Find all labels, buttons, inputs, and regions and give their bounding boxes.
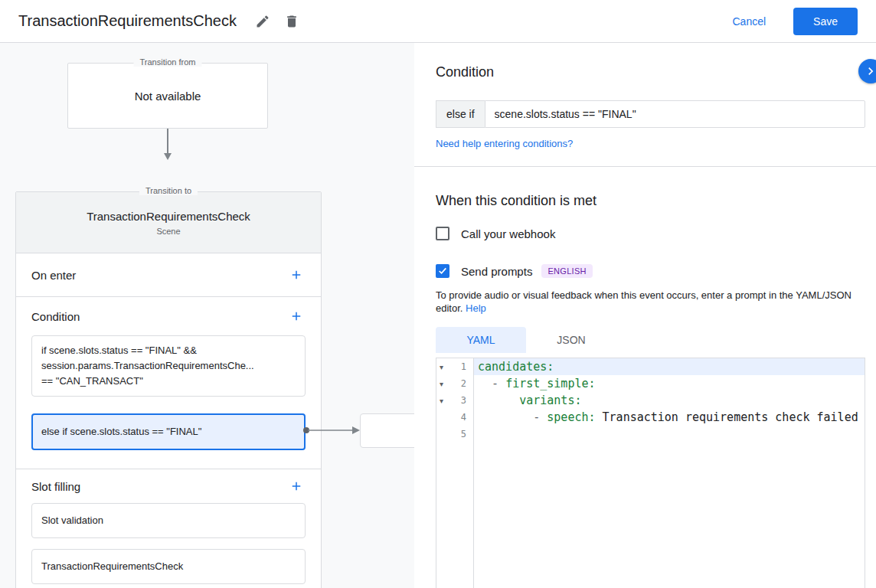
- condition-prefix-label: else if: [436, 100, 485, 128]
- pencil-icon: [255, 14, 270, 29]
- chevron-right-icon: [863, 64, 876, 79]
- code-line[interactable]: - speech: Transaction requirements check…: [473, 409, 865, 426]
- code-token: first_simple:: [505, 377, 595, 390]
- condition-section: Condition if scene.slots.status == "FINA…: [16, 297, 321, 469]
- editor-line[interactable]: 5: [436, 426, 865, 443]
- plus-icon: [289, 479, 303, 493]
- scene-node-subtitle: Scene: [156, 227, 180, 236]
- line-gutter: 4: [436, 409, 473, 426]
- condition-inspector-panel: Condition else if Need help entering con…: [414, 43, 876, 588]
- trash-icon: [284, 14, 299, 29]
- line-number: 4: [461, 412, 466, 423]
- send-prompts-row: Send prompts ENGLISH: [436, 264, 593, 278]
- cancel-button[interactable]: Cancel: [724, 9, 773, 34]
- call-webhook-label: Call your webhook: [461, 227, 555, 240]
- condition-text-line: if scene.slots.status == "FINAL" &&: [41, 343, 296, 358]
- condition-item-selected[interactable]: else if scene.slots.status == "FINAL": [31, 413, 306, 450]
- add-condition-button[interactable]: [287, 307, 306, 325]
- collapse-panel-button[interactable]: [858, 59, 876, 83]
- code-token: [478, 394, 519, 407]
- editor-tabs: YAML JSON: [436, 327, 616, 353]
- line-gutter: ▾3: [436, 392, 473, 409]
- condition-text-line: session.params.TransactionRequirementsCh…: [41, 358, 296, 374]
- slot-filling-label: Slot filling: [31, 480, 80, 493]
- condition-section-label: Condition: [31, 310, 80, 323]
- add-on-enter-button[interactable]: [287, 266, 306, 284]
- condition-met-title: When this condition is met: [436, 193, 597, 209]
- transition-target-node[interactable]: [360, 413, 414, 448]
- edit-title-button[interactable]: [249, 8, 276, 35]
- code-token: candidates:: [478, 360, 554, 374]
- gutter-divider: [473, 358, 474, 588]
- condition-expression-input[interactable]: [485, 100, 865, 128]
- main-content: Transition from Not available Transition…: [0, 43, 876, 588]
- fold-arrow-icon[interactable]: ▾: [440, 397, 443, 405]
- editor-line[interactable]: 4 - speech: Transaction requirements che…: [436, 409, 865, 426]
- code-token: variants:: [519, 394, 581, 407]
- line-gutter: ▾2: [436, 375, 473, 392]
- condition-section-head: Condition: [16, 297, 321, 335]
- code-line[interactable]: candidates:: [473, 358, 865, 375]
- line-number: 2: [461, 378, 466, 389]
- line-gutter: 5: [436, 426, 473, 443]
- transition-from-node[interactable]: Transition from Not available: [67, 63, 268, 129]
- on-enter-row[interactable]: On enter: [16, 253, 321, 297]
- code-token: -: [478, 410, 547, 424]
- editor-line[interactable]: ▾2 - first_simple:: [436, 375, 865, 392]
- right-arrow-icon: [308, 425, 361, 436]
- scene-node-title: TransactionRequirementsCheck: [87, 210, 250, 223]
- condition-help-link[interactable]: Need help entering conditions?: [436, 138, 573, 149]
- code-line[interactable]: - first_simple:: [473, 375, 865, 392]
- delete-scene-button[interactable]: [278, 8, 306, 35]
- save-button[interactable]: Save: [793, 8, 858, 35]
- code-line[interactable]: [473, 426, 865, 443]
- condition-item[interactable]: if scene.slots.status == "FINAL" && sess…: [31, 335, 306, 397]
- add-slot-button[interactable]: [287, 477, 306, 495]
- down-arrow-icon: [162, 129, 174, 161]
- condition-text-line: else if scene.slots.status == "FINAL": [41, 424, 296, 439]
- top-bar: TransactionRequirementsCheck Cancel Save: [0, 0, 876, 43]
- slot-item[interactable]: TransactionRequirementsCheck: [31, 549, 306, 584]
- language-badge: ENGLISH: [541, 264, 592, 278]
- scene-node: Transition to TransactionRequirementsChe…: [15, 191, 322, 588]
- scene-node-header[interactable]: TransactionRequirementsCheck Scene: [16, 192, 321, 253]
- webhook-row: Call your webhook: [436, 227, 555, 240]
- on-enter-label: On enter: [31, 269, 76, 282]
- editor-line[interactable]: ▾1candidates:: [436, 358, 865, 375]
- fold-arrow-icon[interactable]: ▾: [440, 363, 443, 371]
- divider: [414, 166, 876, 167]
- line-gutter: ▾1: [436, 358, 473, 375]
- slot-filling-section-head: Slot filling: [16, 469, 321, 503]
- code-token: speech:: [547, 410, 595, 424]
- plus-icon: [289, 268, 303, 282]
- call-webhook-checkbox[interactable]: [436, 227, 449, 240]
- code-token: -: [478, 377, 505, 390]
- line-number: 1: [461, 361, 466, 372]
- checkmark-icon: [438, 267, 447, 275]
- code-token: Transaction requirements check failed: [596, 410, 858, 424]
- app-window: TransactionRequirementsCheck Cancel Save…: [0, 0, 876, 588]
- plus-icon: [289, 309, 303, 323]
- slot-filling-section: Slot filling Slot validation Transaction…: [16, 469, 321, 584]
- send-prompts-checkbox[interactable]: [436, 264, 449, 278]
- inspector-title: Condition: [436, 64, 494, 80]
- page-title: TransactionRequirementsCheck: [18, 12, 237, 30]
- slot-item[interactable]: Slot validation: [31, 503, 306, 538]
- tab-yaml[interactable]: YAML: [436, 327, 526, 353]
- transition-from-badge: Transition from: [134, 57, 202, 67]
- condition-text-line: == "CAN_TRANSACT": [41, 374, 296, 389]
- prompt-hint-text: To provide audio or visual feedback when…: [436, 289, 876, 315]
- fold-arrow-icon[interactable]: ▾: [440, 380, 443, 388]
- condition-expression-row: else if: [436, 100, 865, 128]
- scene-flow-canvas: Transition from Not available Transition…: [0, 43, 414, 588]
- prompt-hint: To provide audio or visual feedback when…: [436, 289, 851, 314]
- transition-from-text: Not available: [135, 90, 201, 103]
- line-number: 5: [461, 429, 466, 439]
- yaml-editor[interactable]: ▾1candidates:▾2 - first_simple:▾3 varian…: [436, 358, 865, 588]
- code-line[interactable]: variants:: [473, 392, 865, 409]
- code-editor-lines: ▾1candidates:▾2 - first_simple:▾3 varian…: [436, 358, 865, 443]
- send-prompts-label: Send prompts: [461, 265, 532, 278]
- tab-json[interactable]: JSON: [526, 327, 616, 353]
- editor-line[interactable]: ▾3 variants:: [436, 392, 865, 409]
- prompt-help-link[interactable]: Help: [466, 302, 486, 314]
